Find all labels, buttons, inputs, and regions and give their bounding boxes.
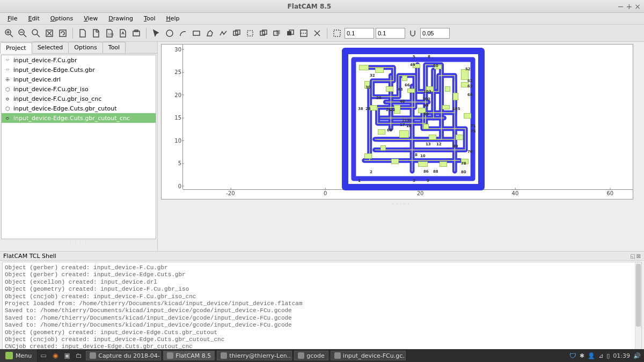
pcb-label: 43: [398, 87, 403, 92]
menu-view[interactable]: View: [78, 14, 103, 23]
list-item[interactable]: ⬡input_device-F.Cu.gbr_iso: [2, 84, 156, 94]
list-item[interactable]: ⌔input_device-Edge.Cuts.gbr: [2, 65, 156, 75]
shell-close-icon[interactable]: ⊠: [636, 253, 641, 259]
pcb-label: 13: [426, 142, 431, 146]
pcb-label: 103: [423, 90, 431, 94]
arc-icon[interactable]: [177, 27, 189, 39]
polygon-icon[interactable]: [204, 27, 216, 39]
pcb-label: 90: [423, 112, 429, 116]
gerber-icon: ⌔: [4, 66, 11, 73]
firefox-icon[interactable]: ◉: [49, 349, 61, 362]
pcb-pad: [375, 68, 384, 73]
menu-drawing[interactable]: Drawing: [103, 14, 138, 23]
list-item[interactable]: ⭘input_device-Edge.Cuts.gbr_cutout_cnc: [2, 113, 156, 123]
open-gerber-icon[interactable]: [90, 27, 102, 39]
show-desktop-icon[interactable]: ▭: [38, 349, 49, 362]
open-excellon-icon[interactable]: 101: [104, 27, 115, 39]
plot-canvas[interactable]: 051015202530 -200204060: [161, 44, 633, 200]
pcb-label: 49: [410, 63, 415, 67]
list-item[interactable]: ⬡input_device-Edge.Cuts.gbr_cutout: [2, 104, 156, 113]
minimize-button[interactable]: −: [618, 2, 624, 11]
rectangle-icon[interactable]: [191, 27, 202, 39]
task-app-icon: [298, 352, 304, 359]
list-item[interactable]: ⌔input_device-F.Cu.gbr: [2, 55, 156, 65]
replot-icon[interactable]: [57, 27, 69, 39]
shell-output[interactable]: Object (gerber) created: input_device-F.…: [2, 262, 642, 352]
open-project-icon[interactable]: [130, 27, 142, 39]
cut-icon[interactable]: [298, 27, 310, 39]
pcb-label: 105: [452, 107, 460, 111]
delete-icon[interactable]: [311, 27, 323, 39]
grid-icon[interactable]: [331, 27, 343, 39]
pcb-pad: [370, 105, 377, 110]
volume-icon[interactable]: 🔊: [633, 352, 641, 359]
user-icon[interactable]: 👤: [588, 352, 595, 359]
system-tray: 🛡 ✱ 👤 ⊿ ▯ 01:39 🔊: [566, 352, 644, 360]
pcb-pad: [359, 65, 369, 70]
shell-detach-icon[interactable]: ◱: [630, 253, 635, 259]
tab-options[interactable]: Options: [68, 42, 103, 53]
taskbar-task[interactable]: Capture du 2018-04-...: [86, 351, 161, 360]
update-icon[interactable]: 🛡: [569, 352, 576, 360]
y-tick: 5: [178, 160, 181, 166]
hsplitter-handle[interactable]: . . . . .: [161, 200, 641, 205]
list-item[interactable]: ⭘input_device-F.Cu.gbr_iso_cnc: [2, 94, 156, 104]
pcb-label: 76: [467, 150, 473, 154]
menu-file[interactable]: File: [2, 14, 23, 23]
zoom-in-icon[interactable]: [3, 27, 15, 39]
tab-selected[interactable]: Selected: [32, 42, 69, 53]
bluetooth-icon[interactable]: ✱: [580, 352, 584, 359]
gerber-icon: ⌔: [4, 56, 11, 64]
taskbar-task[interactable]: FlatCAM 8.5: [163, 351, 215, 360]
pcb-label: 8: [415, 153, 418, 157]
copy-icon[interactable]: [231, 27, 243, 39]
battery-icon[interactable]: ▯: [606, 352, 610, 359]
taskbar-task[interactable]: gcode: [294, 351, 328, 360]
magnet-icon[interactable]: [407, 27, 419, 39]
clock[interactable]: 01:39: [613, 352, 630, 359]
tab-tool[interactable]: Tool: [103, 42, 126, 53]
menu-tool[interactable]: Tool: [138, 14, 160, 23]
pcb-label: 80: [461, 170, 466, 174]
pcb-label: 38: [358, 107, 363, 111]
maximize-button[interactable]: +: [626, 2, 633, 11]
pcb-label: 75: [471, 129, 476, 134]
union-icon[interactable]: [258, 27, 269, 39]
tab-project[interactable]: Project: [0, 42, 32, 54]
splitter-handle[interactable]: : : : :: [0, 240, 157, 251]
pcb-pad: [407, 88, 415, 93]
menu-edit[interactable]: Edit: [23, 14, 45, 23]
move-rect-icon[interactable]: [244, 27, 256, 39]
list-item[interactable]: ⁜input_device.drl: [2, 75, 156, 84]
shell-scrollbar[interactable]: [635, 262, 641, 352]
open-gcode-icon[interactable]: [117, 27, 129, 39]
taskbar-task[interactable]: thierry@thierry-Len...: [217, 351, 292, 360]
zoom-fit-icon[interactable]: [30, 27, 42, 39]
close-button[interactable]: ×: [634, 2, 641, 11]
shell-line: Saved to: /home/thierry/Documents/kicad/…: [5, 322, 639, 329]
snap-input[interactable]: [420, 28, 450, 39]
subtract-icon[interactable]: [284, 27, 296, 39]
start-menu-button[interactable]: Menu: [0, 349, 38, 362]
clear-plot-icon[interactable]: [43, 27, 55, 39]
new-project-icon[interactable]: [77, 27, 89, 39]
terminal-icon[interactable]: ▣: [61, 349, 73, 362]
shell-line: Object (cncjob) created: input_device-F.…: [5, 293, 639, 300]
y-tick: 0: [178, 183, 181, 189]
taskbar-task[interactable]: input_device-FCu.gc...: [331, 351, 406, 360]
menu-options[interactable]: Options: [45, 14, 78, 23]
files-icon[interactable]: 🗀: [73, 349, 85, 362]
wifi-icon[interactable]: ⊿: [598, 352, 603, 359]
intersect-icon[interactable]: [271, 27, 283, 39]
path-icon[interactable]: [217, 27, 229, 39]
pcb-label: 8: [428, 55, 430, 59]
pcb-pad: [445, 86, 450, 92]
select-icon[interactable]: [150, 27, 162, 39]
circle-icon[interactable]: [164, 27, 175, 39]
menu-help[interactable]: Help: [160, 14, 185, 23]
gridx-input[interactable]: [345, 28, 374, 39]
object-list[interactable]: ⌔input_device-F.Cu.gbr⌔input_device-Edge…: [1, 55, 156, 239]
window-titlebar: FlatCAM 8.5 − + ×: [0, 0, 644, 13]
gridy-input[interactable]: [376, 28, 405, 39]
zoom-out-icon[interactable]: [17, 27, 28, 39]
